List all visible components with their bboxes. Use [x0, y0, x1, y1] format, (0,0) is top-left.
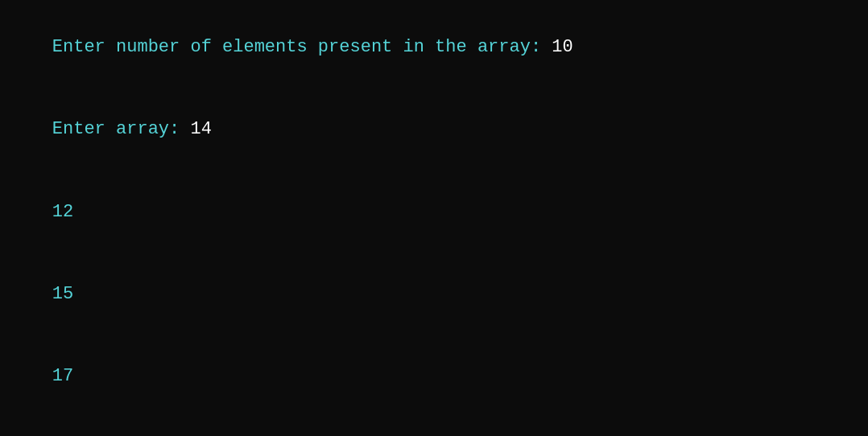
prompt-label-1: Enter number of elements present in the …: [52, 37, 552, 57]
array-element-3: 17: [52, 366, 73, 386]
terminal-line-2: Enter array: 14: [10, 88, 858, 171]
terminal-window: Enter number of elements present in the …: [0, 0, 868, 436]
prompt-label-2: Enter array:: [52, 119, 191, 139]
array-element-1: 12: [52, 202, 73, 222]
terminal-line-6: 18: [10, 417, 858, 436]
input-value-1: 10: [552, 37, 572, 57]
terminal-line-3: 12: [10, 171, 858, 253]
terminal-line-4: 15: [10, 253, 858, 335]
terminal-line-1: Enter number of elements present in the …: [10, 6, 858, 88]
input-value-2: 14: [190, 119, 211, 139]
terminal-line-5: 17: [10, 335, 858, 417]
array-element-2: 15: [52, 284, 73, 304]
